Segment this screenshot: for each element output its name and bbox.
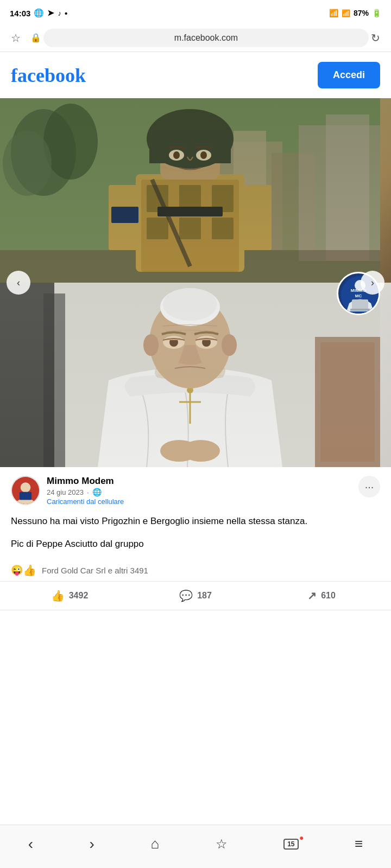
browser-bar: ☆ 🔒 m.facebook.com ↻ <box>0 24 391 52</box>
login-button[interactable]: Accedi <box>318 62 380 88</box>
svg-rect-4 <box>299 125 380 261</box>
tiktok-icon: ♪ <box>58 9 61 17</box>
svg-rect-19 <box>109 185 141 250</box>
svg-point-29 <box>196 150 211 161</box>
reactions-count-text[interactable]: Ford Gold Car Srl e altri 3491 <box>42 566 148 575</box>
privacy-icon: 🌐 <box>92 488 102 496</box>
svg-rect-16 <box>179 218 201 239</box>
svg-rect-5 <box>326 114 369 261</box>
reaction-icons: 😜 👍 <box>11 564 36 577</box>
svg-point-6 <box>11 109 76 196</box>
svg-rect-17 <box>212 218 234 239</box>
more-options-button[interactable]: ··· <box>358 476 380 497</box>
svg-rect-20 <box>239 185 272 250</box>
svg-rect-14 <box>212 185 234 212</box>
post-image-container: ‹ › MIMMOMC <box>0 98 391 467</box>
svg-point-40 <box>160 288 220 326</box>
svg-rect-57 <box>20 492 31 500</box>
post-image-top <box>0 98 391 283</box>
svg-rect-35 <box>0 283 54 467</box>
url-bar[interactable]: m.facebook.com <box>43 29 369 47</box>
laugh-emoji: 😜 <box>11 564 23 576</box>
post-author-section: Mimmo Modem 24 giu 2023 · 🌐 Caricamenti … <box>11 476 124 506</box>
svg-point-30 <box>173 151 180 159</box>
facebook-logo: facebook <box>11 64 86 87</box>
battery-text: 87% <box>354 9 369 17</box>
svg-rect-23 <box>160 131 220 180</box>
share-icon: ↗ <box>307 589 317 602</box>
svg-point-8 <box>3 131 52 196</box>
post-info-section: Mimmo Modem 24 giu 2023 · 🌐 Caricamenti … <box>0 467 391 506</box>
svg-point-24 <box>154 143 167 162</box>
svg-rect-9 <box>0 250 380 283</box>
post-meta: 24 giu 2023 · 🌐 <box>47 488 124 496</box>
author-avatar[interactable] <box>11 476 40 505</box>
svg-rect-38 <box>174 356 206 383</box>
like-icon: 👍 <box>51 589 65 602</box>
svg-point-46 <box>143 334 159 356</box>
reactions-summary: 😜 👍 Ford Gold Car Srl e altri 3491 <box>0 559 391 582</box>
like-count: 3492 <box>69 591 89 601</box>
refresh-button[interactable]: ↻ <box>369 29 382 47</box>
svg-rect-13 <box>179 185 201 212</box>
svg-point-56 <box>21 482 31 493</box>
notif2-icon: ➤ <box>47 8 54 18</box>
post-image-bottom <box>0 283 391 467</box>
status-indicators: 📶 📶 87% 🔋 <box>329 9 381 17</box>
svg-rect-12 <box>147 185 168 212</box>
svg-rect-3 <box>272 152 315 250</box>
wifi-icon: 📶 <box>329 9 338 17</box>
signal-icon: 📶 <box>342 9 350 17</box>
svg-rect-36 <box>43 293 65 467</box>
bookmark-star-button[interactable]: ☆ <box>9 29 23 47</box>
svg-point-48 <box>160 440 198 462</box>
svg-point-43 <box>195 336 217 349</box>
carousel-prev-button[interactable]: ‹ <box>7 271 30 295</box>
comment-count: 187 <box>197 591 212 601</box>
svg-rect-10 <box>136 174 244 272</box>
svg-rect-21 <box>111 207 138 223</box>
svg-point-37 <box>187 387 193 393</box>
action-buttons-row: 👍 3492 💬 187 ↗ 610 <box>0 582 391 610</box>
carousel-next-button[interactable]: › <box>361 271 384 295</box>
post-body-text2: Pic di Peppe Asciutto dal gruppo <box>11 537 380 551</box>
svg-point-45 <box>202 338 211 347</box>
page-content: facebook Accedi <box>0 52 391 610</box>
time-display: 14:03 <box>10 9 30 18</box>
svg-rect-27 <box>149 147 231 163</box>
post-source[interactable]: Caricamenti dal cellulare <box>47 497 124 506</box>
svg-rect-11 <box>141 180 239 272</box>
avatar-image <box>12 477 39 504</box>
svg-rect-18 <box>157 207 223 216</box>
svg-point-28 <box>169 150 184 161</box>
post-text-section: Nessuno ha mai visto Prigozhin e Bergogl… <box>0 506 391 559</box>
lock-icon-button: 🔒 <box>28 30 43 45</box>
svg-rect-2 <box>234 131 266 250</box>
svg-point-42 <box>163 336 185 349</box>
notif1-icon: 🌐 <box>34 8 44 18</box>
share-button[interactable]: ↗ 610 <box>258 584 384 608</box>
svg-rect-34 <box>320 342 375 462</box>
svg-rect-54 <box>350 309 370 311</box>
author-name[interactable]: Mimmo Modem <box>47 476 124 487</box>
svg-point-49 <box>182 440 220 462</box>
post-date: 24 giu 2023 <box>47 488 84 496</box>
svg-rect-53 <box>352 299 368 309</box>
facebook-header: facebook Accedi <box>0 52 391 98</box>
svg-point-47 <box>222 334 237 356</box>
status-bar: 14:03 🌐 ➤ ♪ • 📶 📶 87% 🔋 <box>0 0 391 24</box>
svg-rect-0 <box>0 98 380 283</box>
svg-point-31 <box>200 151 207 159</box>
svg-rect-1 <box>217 142 282 250</box>
comment-icon: 💬 <box>179 589 193 602</box>
svg-rect-33 <box>315 337 380 467</box>
svg-point-26 <box>147 109 234 169</box>
svg-point-39 <box>149 296 231 388</box>
author-info: Mimmo Modem 24 giu 2023 · 🌐 Caricamenti … <box>47 476 124 506</box>
svg-point-41 <box>163 288 217 321</box>
share-count: 610 <box>321 591 336 601</box>
browser-left-controls: ☆ 🔒 <box>9 29 43 47</box>
post-body-text1: Nessuno ha mai visto Prigozhin e Bergogl… <box>11 514 380 528</box>
comment-button[interactable]: 💬 187 <box>133 584 258 608</box>
like-button[interactable]: 👍 3492 <box>7 584 133 608</box>
